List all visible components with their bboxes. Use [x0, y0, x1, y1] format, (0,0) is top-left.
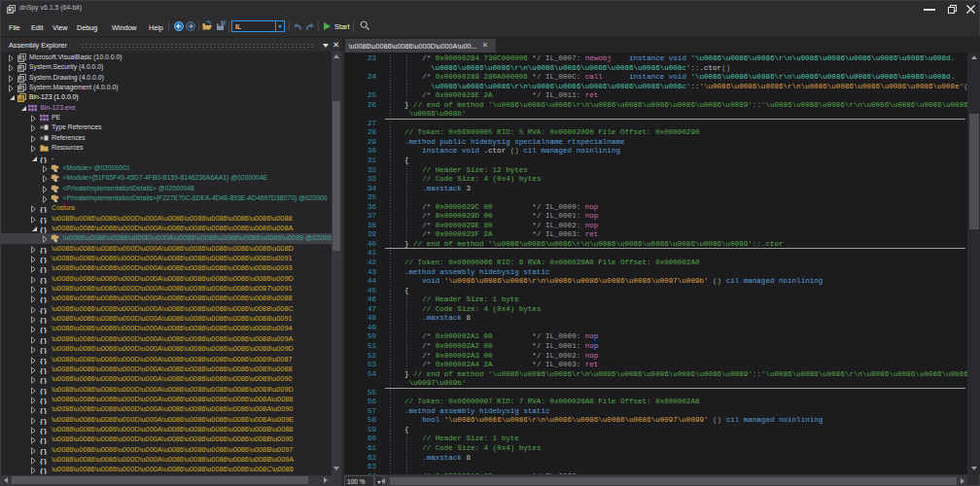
svg-text:{}: {} — [40, 205, 48, 214]
svg-text:{}: {} — [40, 335, 48, 344]
svg-text:{}: {} — [40, 406, 48, 415]
svg-text:{}: {} — [40, 365, 48, 374]
svg-text:{}: {} — [40, 346, 48, 355]
svg-text:{}: {} — [40, 467, 48, 475]
svg-text:{}: {} — [40, 356, 48, 364]
svg-text:{}: {} — [40, 265, 48, 274]
svg-text:{}: {} — [40, 215, 48, 224]
svg-text:{}: {} — [40, 436, 48, 445]
svg-text:{}: {} — [40, 155, 48, 163]
svg-text:{}: {} — [40, 275, 48, 284]
svg-text:{}: {} — [40, 426, 48, 434]
svg-text:{}: {} — [40, 416, 48, 425]
svg-text:{}: {} — [40, 316, 48, 325]
svg-text:{}: {} — [40, 326, 48, 334]
svg-text:{}: {} — [40, 446, 48, 455]
svg-text:{}: {} — [40, 376, 48, 385]
svg-text:{}: {} — [40, 396, 48, 404]
svg-text:{}: {} — [40, 457, 48, 466]
svg-text:{}: {} — [40, 295, 48, 304]
svg-text:{}: {} — [40, 386, 48, 395]
svg-text:{}: {} — [40, 256, 48, 264]
svg-text:{}: {} — [40, 286, 48, 295]
svg-text:{}: {} — [40, 245, 48, 254]
svg-text:{}: {} — [40, 305, 48, 314]
svg-text:{}: {} — [40, 225, 48, 233]
